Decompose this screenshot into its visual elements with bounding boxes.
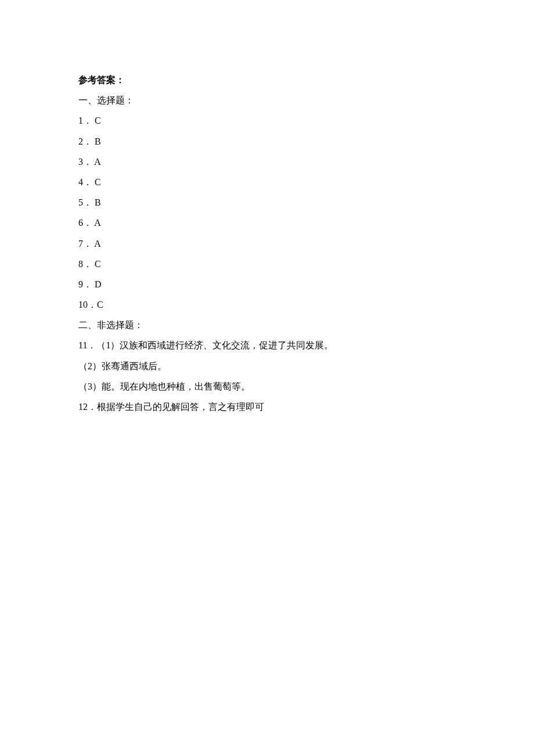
mc-answer-row: 3． A xyxy=(78,152,456,172)
mc-number: 3． xyxy=(78,157,92,167)
q11-part3: （3）能。现在内地也种植，出售葡萄等。 xyxy=(78,376,456,397)
mc-answer: C xyxy=(95,116,101,125)
mc-answer: D xyxy=(95,279,102,289)
mc-number: 10． xyxy=(78,300,97,309)
mc-number: 1． xyxy=(78,116,92,125)
q11-part2: （2）张骞通西域后。 xyxy=(78,356,456,376)
answer-key-title: 参考答案： xyxy=(78,70,456,90)
mc-answer: B xyxy=(95,136,101,146)
mc-answer: C xyxy=(97,300,103,309)
mc-answer-row: 10．C xyxy=(78,294,456,315)
mc-answer: A xyxy=(94,239,101,249)
mc-number: 7． xyxy=(78,239,92,249)
mc-answer-row: 6． A xyxy=(78,213,456,233)
document-page: 参考答案： 一、选择题： 1． C 2． B 3． A 4． C 5． B 6．… xyxy=(0,0,534,417)
mc-number: 4． xyxy=(78,177,92,187)
mc-answer: A xyxy=(94,218,101,228)
mc-answer: C xyxy=(95,259,101,269)
mc-number: 9． xyxy=(78,279,92,289)
mc-answer-row: 7． A xyxy=(78,233,456,254)
mc-answer-row: 5． B xyxy=(78,192,456,213)
section-2-heading: 二、非选择题： xyxy=(78,315,456,335)
mc-answer: C xyxy=(95,177,101,187)
mc-answer-row: 1． C xyxy=(78,110,456,131)
q12-answer: 12．根据学生自己的见解回答，言之有理即可 xyxy=(78,397,456,417)
mc-answer-row: 4． C xyxy=(78,172,456,192)
section-1-heading: 一、选择题： xyxy=(78,90,456,110)
q11-part1: 11．（1）汉族和西域进行经济、文化交流，促进了共同发展。 xyxy=(78,335,456,355)
mc-answer-row: 8． C xyxy=(78,254,456,274)
mc-number: 5． xyxy=(78,197,92,207)
mc-number: 8． xyxy=(78,259,92,269)
mc-answer-row: 2． B xyxy=(78,131,456,152)
mc-answer-row: 9． D xyxy=(78,274,456,294)
mc-answer: A xyxy=(94,157,101,167)
mc-number: 6． xyxy=(78,218,92,228)
mc-answer: B xyxy=(95,197,101,207)
mc-number: 2． xyxy=(78,136,92,146)
